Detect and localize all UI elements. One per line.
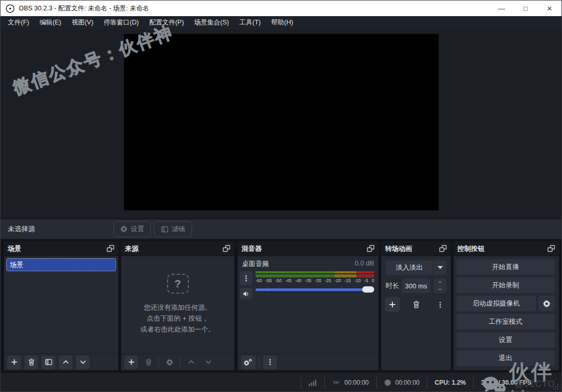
transitions-panel-title: 转场动画 [385, 244, 412, 254]
remove-transition-button[interactable] [409, 297, 424, 312]
minimize-button[interactable]: — [490, 1, 514, 16]
trash-icon [145, 358, 152, 366]
popout-dock-icon[interactable] [547, 245, 555, 252]
scene-list-item[interactable]: 场景 [6, 258, 116, 271]
controls-panel-header: 控制按钮 [454, 242, 559, 256]
source-properties-toolbar-button[interactable] [163, 356, 176, 369]
duration-input[interactable]: 300 ms [402, 279, 430, 293]
popout-dock-icon[interactable] [106, 245, 114, 252]
remove-scene-button[interactable] [24, 356, 38, 369]
channel-options-button[interactable] [240, 271, 252, 285]
record-timer: 00:00:00 [395, 379, 420, 386]
status-bar: 00:00:00 00:00:00 CPU: 1.2% 30.00 / 30.0… [1, 372, 561, 392]
scene-filters-button[interactable] [42, 356, 55, 369]
plus-icon [127, 358, 135, 366]
trash-icon [412, 300, 420, 309]
stream-timer: 00:00:00 [344, 379, 369, 386]
start-streaming-button[interactable]: 开始直播 [456, 259, 555, 275]
empty-hint-line2: 点击下面的 + 按钮， [121, 313, 234, 324]
mixer-toolbar [238, 353, 378, 370]
add-transition-button[interactable] [385, 297, 400, 312]
chevron-up-icon [187, 358, 195, 366]
dropdown-arrow-icon[interactable] [433, 260, 446, 275]
gear-icon [120, 225, 127, 233]
transition-options-button[interactable] [433, 297, 448, 312]
exit-button[interactable]: 退出 [456, 350, 555, 366]
sources-panel: 来源 ? 您还没有添加任何源。 点击下面的 + 按钮， 或者右击此处添加一个。 [121, 241, 235, 371]
source-context-toolbar: 未选择源 设置 滤镜 [1, 219, 561, 239]
dots-vertical-icon [266, 358, 274, 366]
menu-scene-collection[interactable]: 场景集合(S) [189, 16, 234, 29]
plus-icon [10, 358, 18, 366]
settings-button[interactable]: 设置 [456, 332, 555, 348]
mute-toggle-button[interactable] [240, 288, 252, 299]
controls-panel-title: 控制按钮 [457, 244, 484, 254]
chevron-down-icon [79, 358, 87, 366]
duration-label: 时长 [386, 281, 399, 290]
source-filters-label: 滤镜 [172, 224, 185, 234]
popout-dock-icon[interactable] [439, 245, 447, 252]
studio-mode-button[interactable]: 工作室模式 [456, 314, 555, 330]
dots-vertical-icon [242, 274, 250, 282]
scene-move-up-button[interactable] [59, 356, 72, 369]
audio-mixer-panel: 混音器 桌面音频 0.0 dB [237, 241, 379, 371]
sources-toolbar [121, 353, 234, 370]
title-bar: OBS 30.2.3 - 配置文件: 未命名 - 场景: 未命名 — □ ✕ [1, 1, 561, 16]
empty-hint-line3: 或者右击此处添加一个。 [121, 324, 234, 335]
volume-slider-handle[interactable] [362, 286, 374, 293]
transition-select[interactable]: 淡入淡出 [386, 260, 446, 275]
menu-tools[interactable]: 工具(T) [234, 16, 266, 29]
mixer-options-button[interactable] [263, 356, 277, 369]
source-move-up-button[interactable] [184, 356, 198, 369]
transitions-panel-header: 转场动画 [381, 242, 451, 256]
obs-window: OBS 30.2.3 - 配置文件: 未命名 - 场景: 未命名 — □ ✕ 文… [0, 0, 562, 392]
menu-edit[interactable]: 编辑(E) [34, 16, 67, 29]
menu-bar: 文件(F) 编辑(E) 视图(V) 停靠窗口(D) 配置文件(P) 场景集合(S… [1, 16, 561, 29]
resize-grip[interactable] [552, 383, 559, 390]
advanced-audio-button[interactable] [241, 356, 256, 369]
filter-icon [45, 358, 53, 366]
menu-profile[interactable]: 配置文件(P) [144, 16, 189, 29]
remove-source-button[interactable] [142, 356, 155, 369]
spinner-up-icon[interactable] [433, 279, 446, 286]
scene-move-down-button[interactable] [76, 356, 90, 369]
duration-spinner[interactable] [433, 279, 446, 293]
volume-meter [256, 271, 374, 277]
close-button[interactable]: ✕ [538, 1, 561, 16]
add-scene-button[interactable] [7, 356, 21, 369]
stream-status-icon [332, 378, 340, 386]
preview-area [1, 29, 561, 218]
source-move-down-button[interactable] [201, 356, 215, 369]
add-source-button[interactable] [124, 356, 138, 369]
spinner-down-icon[interactable] [433, 286, 446, 293]
popout-dock-icon[interactable] [222, 245, 231, 252]
sources-empty-state: ? 您还没有添加任何源。 点击下面的 + 按钮， 或者右击此处添加一个。 [121, 274, 234, 335]
gear-icon [543, 300, 551, 308]
scenes-toolbar [4, 353, 118, 370]
preview-canvas[interactable] [124, 34, 439, 210]
dots-vertical-icon [437, 301, 444, 309]
question-mark-icon: ? [167, 274, 189, 294]
scenes-panel: 场景 场景 [4, 241, 119, 371]
volume-slider[interactable] [256, 284, 374, 295]
menu-docks[interactable]: 停靠窗口(D) [98, 16, 144, 29]
source-properties-button[interactable]: 设置 [113, 221, 151, 237]
virtual-camera-settings-button[interactable] [538, 296, 555, 311]
chevron-up-icon [62, 358, 70, 366]
meter-scale: -60-55-50-45-40-35-30-25-20-15-10-50 [256, 278, 374, 283]
cpu-usage: CPU: 1.2% [435, 379, 466, 386]
popout-dock-icon[interactable] [366, 245, 375, 252]
window-title: OBS 30.2.3 - 配置文件: 未命名 - 场景: 未命名 [19, 4, 149, 13]
audio-level-db: 0.0 dB [354, 259, 374, 269]
menu-help[interactable]: 帮助(H) [266, 16, 298, 29]
start-recording-button[interactable]: 开始录制 [456, 277, 555, 293]
plus-icon [388, 300, 397, 309]
mixer-panel-title: 混音器 [241, 244, 262, 254]
start-virtual-camera-button[interactable]: 启动虚拟摄像机 [456, 296, 536, 311]
menu-view[interactable]: 视图(V) [67, 16, 99, 29]
maximize-button[interactable]: □ [514, 1, 538, 16]
menu-file[interactable]: 文件(F) [3, 16, 34, 29]
double-gear-icon [244, 358, 253, 366]
source-filters-button[interactable]: 滤镜 [154, 221, 192, 237]
audio-channel-name: 桌面音频 [242, 259, 269, 269]
